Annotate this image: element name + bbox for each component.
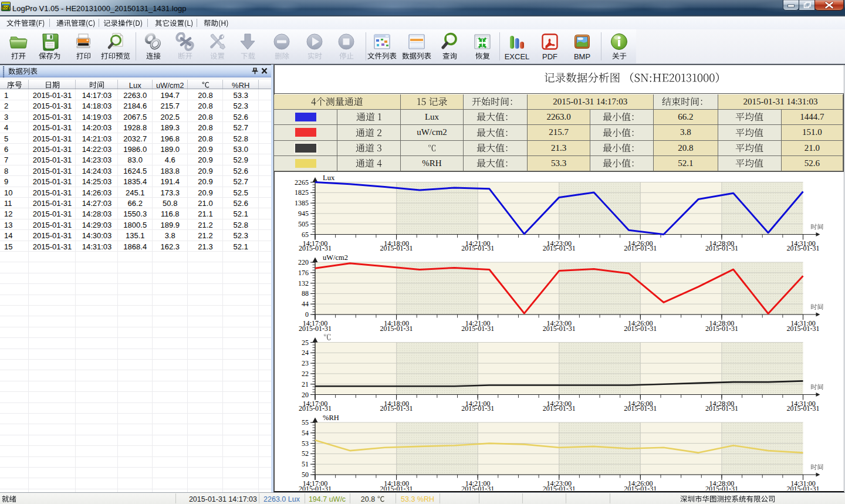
svg-text:65: 65 [302, 231, 309, 239]
svg-text:2015-01-31: 2015-01-31 [705, 244, 738, 252]
svg-text:2015-01-31: 2015-01-31 [705, 404, 738, 412]
svg-text:Lux: Lux [323, 174, 335, 182]
svg-text:2015-01-31: 2015-01-31 [705, 324, 738, 333]
svg-text:2015-01-31: 2015-01-31 [380, 404, 413, 412]
svg-text:0: 0 [305, 310, 309, 319]
svg-text:132: 132 [298, 279, 309, 287]
svg-text:50: 50 [302, 471, 309, 479]
svg-text:505: 505 [298, 220, 309, 228]
svg-text:2015-01-31: 2015-01-31 [787, 324, 820, 333]
svg-text:945: 945 [298, 209, 309, 218]
svg-text:2015-01-31: 2015-01-31 [787, 244, 820, 252]
svg-text:log: log [3, 5, 9, 10]
svg-text:2015-01-31: 2015-01-31 [705, 485, 738, 491]
svg-text:220: 220 [298, 258, 309, 266]
svg-text:2015-01-31: 2015-01-31 [299, 485, 332, 491]
svg-text:2015-01-31: 2015-01-31 [624, 404, 657, 412]
svg-text:2015-01-31: 2015-01-31 [543, 485, 576, 491]
svg-text:2015-01-31: 2015-01-31 [380, 244, 413, 252]
svg-text:25: 25 [302, 339, 309, 347]
svg-text:88: 88 [302, 289, 309, 297]
svg-text:2015-01-31: 2015-01-31 [461, 485, 494, 491]
svg-text:2015-01-31: 2015-01-31 [543, 404, 576, 412]
svg-text:2015-01-31: 2015-01-31 [461, 404, 494, 412]
svg-text:2015-01-31: 2015-01-31 [380, 324, 413, 333]
svg-text:2015-01-31: 2015-01-31 [299, 244, 332, 252]
svg-text:44: 44 [302, 300, 309, 308]
svg-text:1825: 1825 [295, 188, 309, 197]
svg-text:2015-01-31: 2015-01-31 [624, 485, 657, 491]
svg-text:21: 21 [302, 380, 309, 388]
svg-text:55: 55 [302, 418, 309, 427]
svg-text:53: 53 [302, 439, 309, 448]
svg-text:2015-01-31: 2015-01-31 [787, 485, 820, 491]
svg-text:20: 20 [302, 391, 309, 399]
svg-text:176: 176 [298, 269, 309, 277]
svg-text:2265: 2265 [295, 178, 309, 187]
svg-text:2015-01-31: 2015-01-31 [543, 244, 576, 252]
svg-text:2015-01-31: 2015-01-31 [380, 485, 413, 491]
svg-text:2015-01-31: 2015-01-31 [299, 324, 332, 333]
svg-text:2015-01-31: 2015-01-31 [299, 404, 332, 412]
svg-text:2015-01-31: 2015-01-31 [624, 244, 657, 252]
svg-text:uW/cm2: uW/cm2 [323, 253, 348, 262]
svg-text:52: 52 [302, 449, 309, 458]
svg-text:%RH: %RH [323, 414, 339, 422]
svg-text:2015-01-31: 2015-01-31 [543, 324, 576, 333]
svg-text:2015-01-31: 2015-01-31 [461, 324, 494, 333]
svg-text:54: 54 [302, 429, 309, 437]
svg-text:23: 23 [302, 359, 309, 367]
svg-text:22: 22 [302, 370, 309, 378]
svg-text:1385: 1385 [295, 199, 309, 207]
svg-text:51: 51 [302, 460, 309, 468]
svg-text:2015-01-31: 2015-01-31 [461, 244, 494, 252]
svg-text:24: 24 [302, 349, 309, 357]
svg-text:2015-01-31: 2015-01-31 [787, 404, 820, 412]
svg-text:2015-01-31: 2015-01-31 [624, 324, 657, 333]
